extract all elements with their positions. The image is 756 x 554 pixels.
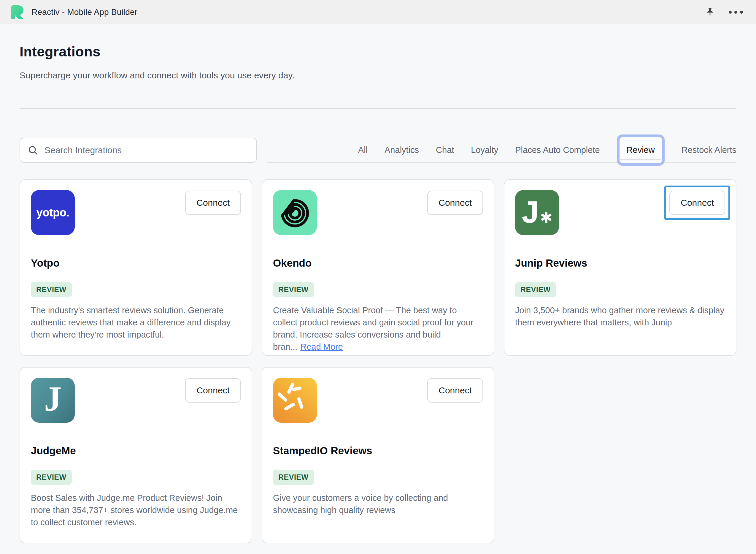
- app-brand: Reactiv - Mobile App Builder: [10, 5, 137, 19]
- category-badge: REVIEW: [31, 282, 72, 297]
- yotpo-wordmark: yotpo.: [37, 206, 69, 219]
- connect-button[interactable]: Connect: [185, 378, 241, 402]
- integration-description: Give your customers a voice by collectin…: [273, 492, 483, 516]
- connect-button[interactable]: Connect: [427, 190, 483, 215]
- tab-loyalty[interactable]: Loyalty: [471, 145, 498, 155]
- tab-chat[interactable]: Chat: [436, 145, 454, 155]
- connect-button[interactable]: Connect: [427, 378, 483, 402]
- controls-row: AllAnalyticsChatLoyaltyPlaces Auto Compl…: [19, 138, 737, 163]
- integration-description: Join 3,500+ brands who gather more revie…: [515, 304, 725, 329]
- integration-card-stamped: Connect StampedIO Reviews REVIEW Give yo…: [262, 367, 494, 543]
- tab-places-auto-complete[interactable]: Places Auto Complete: [515, 145, 600, 155]
- pin-icon[interactable]: [705, 7, 715, 17]
- integration-description: Create Valuable Social Proof — The best …: [273, 304, 483, 353]
- integration-name: StampedIO Reviews: [273, 445, 483, 457]
- search-box: [19, 138, 257, 163]
- connect-button-wrap: Connect: [427, 190, 483, 215]
- integration-name: Junip Reviews: [515, 257, 725, 269]
- titlebar-actions: [705, 7, 746, 17]
- app-window: Reactiv - Mobile App Builder Integration…: [0, 0, 756, 543]
- window-titlebar: Reactiv - Mobile App Builder: [0, 0, 756, 24]
- search-icon: [28, 145, 38, 155]
- integration-name: Okendo: [273, 257, 483, 269]
- category-badge: REVIEW: [515, 282, 556, 297]
- integration-logo: J: [31, 378, 75, 423]
- tab-analytics[interactable]: Analytics: [384, 145, 419, 155]
- integration-description: The industry's smartest reviews solution…: [31, 304, 241, 341]
- read-more-link[interactable]: Read More: [300, 342, 343, 351]
- integrations-grid: yotpo. Connect Yotpo REVIEW The industry…: [19, 179, 737, 543]
- category-badge: REVIEW: [31, 470, 72, 485]
- integration-logo: [273, 190, 317, 235]
- integration-card-okendo: Connect Okendo REVIEW Create Valuable So…: [262, 179, 494, 356]
- connect-button[interactable]: Connect: [669, 190, 725, 215]
- search-input[interactable]: [44, 145, 249, 156]
- page-title: Integrations: [19, 43, 737, 60]
- judgeme-j-letter: J: [44, 382, 62, 417]
- connect-button-wrap: Connect: [185, 190, 241, 215]
- category-tabs: AllAnalyticsChatLoyaltyPlaces Auto Compl…: [267, 138, 737, 163]
- category-badge: REVIEW: [273, 282, 314, 297]
- section-divider: [19, 108, 737, 109]
- connect-button-wrap: Connect: [427, 378, 483, 402]
- integration-name: JudgeMe: [31, 445, 241, 457]
- more-options-icon[interactable]: [728, 10, 744, 14]
- junip-asterisk: ✱: [540, 210, 553, 225]
- connect-button-wrap: Connect: [664, 185, 730, 220]
- integration-name: Yotpo: [31, 257, 241, 269]
- category-badge: REVIEW: [273, 470, 314, 485]
- integration-card-junip: J✱ Connect Junip Reviews REVIEW Join 3,5…: [504, 179, 737, 356]
- tab-review[interactable]: Review: [617, 134, 665, 166]
- page-subtitle: Supercharge your workflow and connect wi…: [19, 70, 737, 80]
- connect-button-wrap: Connect: [185, 378, 241, 402]
- junip-j-letter: J: [522, 197, 539, 227]
- okendo-spiral-icon: [279, 197, 311, 228]
- integration-description: Boost Sales with Judge.me Product Review…: [31, 492, 241, 529]
- integrations-page: Integrations Supercharge your workflow a…: [0, 43, 756, 543]
- connect-button[interactable]: Connect: [185, 190, 241, 215]
- integration-logo: J✱: [515, 190, 559, 235]
- integration-card-yotpo: yotpo. Connect Yotpo REVIEW The industry…: [19, 179, 252, 356]
- tab-all[interactable]: All: [358, 145, 368, 155]
- tab-restock-alerts[interactable]: Restock Alerts: [682, 145, 737, 155]
- window-title: Reactiv - Mobile App Builder: [32, 7, 137, 17]
- integration-logo: [273, 378, 317, 423]
- integration-logo: yotpo.: [31, 190, 75, 235]
- reactiv-logo-icon: [10, 5, 24, 19]
- integration-card-judgeme: J Connect JudgeMe REVIEW Boost Sales wit…: [19, 367, 252, 543]
